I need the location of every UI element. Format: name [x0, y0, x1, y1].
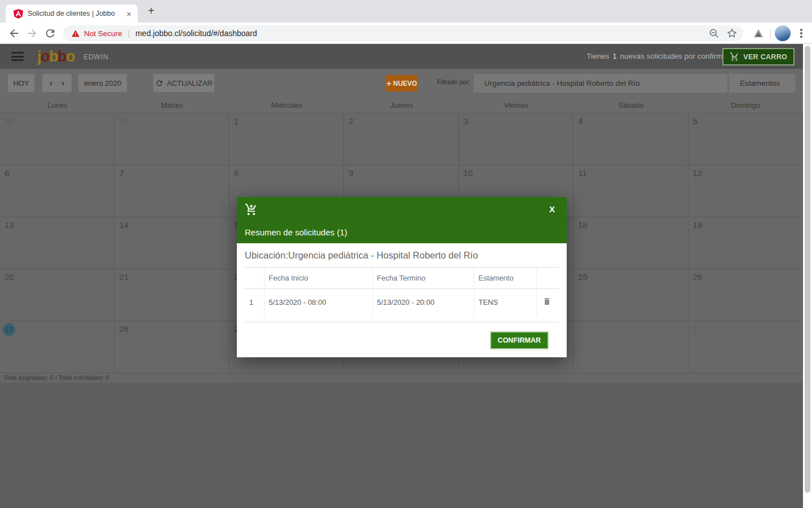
col-estamento: Estamento	[474, 268, 536, 289]
calendar-day-cell[interactable]: 27	[0, 321, 114, 373]
calendar-day-cell[interactable]: 30	[0, 113, 114, 165]
new-tab-button[interactable]: +	[144, 5, 158, 18]
date-label: 11	[578, 168, 587, 178]
date-label: 26	[693, 272, 703, 282]
back-icon[interactable]	[8, 27, 20, 40]
pending-count: 1	[611, 52, 618, 60]
actualizar-label: ACTUALIZAR	[167, 79, 213, 87]
page-scrollbar[interactable]	[803, 44, 812, 508]
date-label: 4	[578, 116, 582, 126]
tab-close-icon[interactable]: ×	[125, 9, 133, 19]
calendar-day-cell[interactable]: 19	[689, 217, 803, 269]
cart-table: Fecha Inicio Fecha Termino Estamento 15/…	[245, 268, 559, 316]
app-header: jobbo EDWIN Tienes 1 nuevas solicitudes …	[0, 44, 803, 69]
tab-title: Solicitud de clientes | Jobbo	[28, 10, 121, 17]
calendar-day-cell[interactable]: 11	[573, 165, 688, 217]
not-secure-label[interactable]: Not Secure	[84, 29, 122, 38]
estamentos-select[interactable]: Estamentos	[729, 74, 795, 93]
browser-tab[interactable]: Solicitud de clientes | Jobbo ×	[6, 5, 138, 23]
calendar-day-cell[interactable]: 6	[0, 165, 114, 217]
bookmark-star-icon[interactable]	[726, 28, 738, 39]
jobbo-logo: jobbo	[37, 48, 74, 65]
calendar-day-cell[interactable]: 12	[689, 165, 803, 217]
calendar-day-cell[interactable]: 2	[344, 113, 458, 165]
prev-month-icon[interactable]: ‹	[50, 78, 52, 87]
nuevo-button[interactable]: + NUEVO	[386, 75, 418, 91]
calendar-day-cell[interactable]: 1	[573, 321, 688, 373]
calendar-day-cell[interactable]: 26	[689, 269, 803, 321]
ver-carro-label: VER CARRO	[743, 53, 787, 61]
drive-extension-icon[interactable]	[752, 28, 765, 40]
browser-tab-strip: Solicitud de clientes | Jobbo × +	[0, 0, 812, 23]
scrollbar-thumb[interactable]	[805, 46, 810, 493]
date-label: 2	[348, 116, 353, 126]
calendar-day-cell[interactable]: 2	[689, 321, 803, 373]
date-label: 25	[578, 272, 588, 282]
col-fecha-termino: Fecha Termino	[372, 268, 474, 289]
date-label: 21	[119, 272, 129, 282]
calendar-day-cell[interactable]: 28	[114, 321, 229, 373]
date-label: 2	[693, 324, 698, 334]
day-header-label: Lunes	[0, 97, 114, 113]
browser-menu-icon[interactable]	[797, 28, 805, 39]
calendar-day-cell[interactable]: 25	[573, 269, 688, 321]
date-label: 6	[5, 168, 9, 178]
modal-title: Resumen de solicitudes (1)	[245, 227, 347, 237]
url-separator: |	[128, 29, 130, 38]
calendar-day-cell[interactable]: 14	[114, 217, 229, 269]
calendar-day-cell[interactable]: 13	[0, 217, 114, 269]
col-actions	[536, 268, 559, 289]
trash-icon	[542, 297, 551, 306]
modal-close-button[interactable]: X	[547, 203, 557, 215]
browser-navbar: Not Secure | med.jobbo.cl/solicitud/#/da…	[0, 23, 812, 44]
modal-footer: CONFIRMAR	[245, 322, 559, 357]
nuevo-label: NUEVO	[393, 80, 417, 87]
today-button[interactable]: HOY	[8, 74, 34, 92]
month-nav-buttons: ‹ ›	[42, 74, 72, 92]
url-text[interactable]: med.jobbo.cl/solicitud/#/dashboard	[135, 29, 701, 38]
user-name: EDWIN	[83, 53, 108, 61]
delete-row-button[interactable]	[541, 296, 553, 309]
next-month-icon[interactable]: ›	[61, 78, 64, 87]
calendar-day-cell[interactable]: 4	[573, 113, 688, 165]
calendar-day-cell[interactable]: 31	[114, 113, 229, 165]
date-label: 9	[348, 168, 353, 178]
row-index: 1	[245, 289, 264, 316]
angular-favicon-icon	[14, 9, 23, 19]
calendar-day-cell[interactable]: 21	[114, 269, 229, 321]
calendar-day-cell[interactable]: 20	[0, 269, 114, 321]
address-bar[interactable]: Not Secure | med.jobbo.cl/solicitud/#/da…	[63, 25, 743, 41]
row-estamento: TENS	[474, 289, 536, 316]
date-label: 5	[693, 116, 698, 126]
reload-icon[interactable]	[44, 27, 56, 40]
calendar-day-cell[interactable]: 5	[689, 113, 803, 165]
toolbar-separator	[770, 29, 771, 38]
calendar-day-cell[interactable]: 18	[573, 217, 688, 269]
calendar-day-cell[interactable]: 7	[114, 165, 229, 217]
confirmar-button[interactable]: CONFIRMAR	[490, 331, 549, 349]
calendar-day-cell[interactable]: 3	[459, 113, 573, 165]
location-filter-select[interactable]: Urgencia pediátrica - Hospital Roberto d…	[474, 74, 727, 93]
location-line: Ubicación:Urgencia pediátrica - Hospital…	[245, 243, 559, 268]
date-label: 13	[5, 220, 14, 230]
date-label: 7	[119, 168, 123, 178]
forward-icon[interactable]	[26, 27, 38, 40]
row-actions	[536, 289, 559, 316]
date-label: 19	[693, 220, 703, 230]
totals-bar: Total asignadas: 0 / Total solicitudes: …	[0, 373, 803, 383]
date-label: 14	[119, 220, 129, 230]
day-header-label: Sábado	[573, 97, 688, 113]
ver-carro-button[interactable]: VER CARRO	[722, 48, 795, 65]
not-secure-warning-icon[interactable]	[71, 29, 80, 38]
hamburger-menu-icon[interactable]	[11, 52, 24, 61]
modal-body: Ubicación:Urgencia pediátrica - Hospital…	[237, 243, 567, 357]
current-month-label: enero 2020	[78, 74, 127, 92]
zoom-out-icon[interactable]	[708, 28, 720, 39]
actualizar-button[interactable]: ACTUALIZAR	[153, 74, 214, 92]
calendar-day-cell[interactable]: 1	[230, 113, 344, 165]
today-date-badge: 27	[3, 323, 15, 336]
calendar-toolbar: HOY ‹ › enero 2020 ACTUALIZAR + NUEVO Fi…	[0, 69, 803, 97]
modal-header: X Resumen de solicitudes (1)	[237, 197, 567, 243]
profile-avatar[interactable]	[775, 25, 791, 41]
date-label: 10	[464, 168, 473, 178]
